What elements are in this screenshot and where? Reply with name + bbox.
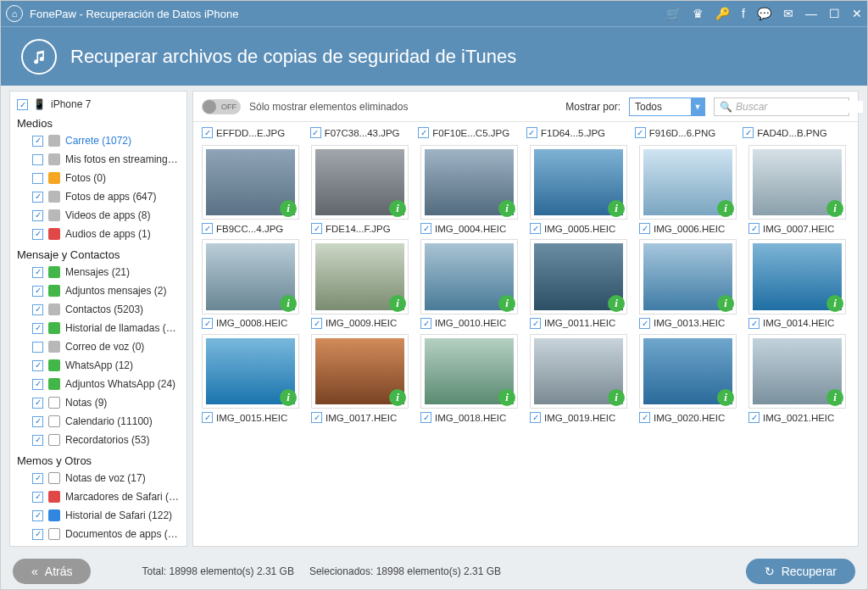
thumbnail-caption[interactable]: IMG_0007.HEIC xyxy=(748,223,846,234)
info-icon[interactable]: i xyxy=(498,295,515,312)
crown-icon[interactable]: ♛ xyxy=(693,7,704,20)
thumbnail[interactable]: i xyxy=(420,334,518,409)
file-name-truncated[interactable]: EFFDD...E.JPG xyxy=(202,127,305,138)
sidebar-item[interactable]: Audios de apps (1) xyxy=(14,225,183,243)
file-name-truncated[interactable]: F916D...6.PNG xyxy=(635,127,738,138)
info-icon[interactable]: i xyxy=(826,295,843,312)
checkbox[interactable] xyxy=(32,398,43,409)
thumbnail-caption[interactable]: IMG_0019.HEIC xyxy=(530,412,627,423)
checkbox[interactable] xyxy=(32,192,43,203)
thumbnail-cell[interactable]: iIMG_0019.HEIC xyxy=(530,334,627,423)
thumbnail[interactable]: i xyxy=(639,334,737,409)
thumbnail-cell[interactable]: iIMG_0018.HEIC xyxy=(420,334,518,423)
checkbox[interactable] xyxy=(743,127,754,138)
file-name-truncated[interactable]: F0F10E...C5.JPG xyxy=(418,127,521,138)
checkbox[interactable] xyxy=(32,267,43,278)
file-name-truncated[interactable]: F1D64...5.JPG xyxy=(526,127,630,138)
thumbnail-caption[interactable]: IMG_0014.HEIC xyxy=(748,318,846,329)
facebook-icon[interactable]: f xyxy=(742,7,745,20)
thumbnail[interactable]: i xyxy=(311,334,409,409)
toggle-deleted-only[interactable]: OFF xyxy=(202,99,241,114)
thumbnail-cell[interactable]: iIMG_0005.HEIC xyxy=(530,145,627,234)
thumbnail[interactable]: i xyxy=(639,239,737,314)
thumbnail[interactable]: i xyxy=(420,239,518,314)
thumbnail-cell[interactable]: iIMG_0020.HEIC xyxy=(639,334,737,423)
thumbnail-cell[interactable]: iIMG_0008.HEIC xyxy=(202,239,299,328)
checkbox[interactable] xyxy=(311,223,322,234)
checkbox[interactable] xyxy=(32,379,43,390)
sidebar-item[interactable]: Carrete (1072) xyxy=(14,131,183,150)
thumbnail-cell[interactable]: iIMG_0007.HEIC xyxy=(748,145,846,234)
search-box[interactable]: 🔍 xyxy=(714,97,849,116)
sidebar-item[interactable]: WhatsApp (12) xyxy=(14,356,183,375)
thumbnail[interactable]: i xyxy=(311,145,409,220)
file-name-truncated[interactable]: F07C38...43.JPG xyxy=(310,127,414,138)
checkbox[interactable] xyxy=(32,304,43,315)
checkbox[interactable] xyxy=(748,412,760,423)
thumbnail[interactable]: i xyxy=(748,145,846,220)
thumbnail-caption[interactable]: IMG_0018.HEIC xyxy=(420,412,518,423)
thumbnail-caption[interactable]: IMG_0015.HEIC xyxy=(202,412,299,423)
thumbnail[interactable]: i xyxy=(202,145,299,220)
sidebar-item[interactable]: Calendario (11100) xyxy=(14,412,183,431)
checkbox[interactable] xyxy=(310,127,321,138)
sidebar-item[interactable]: Historial de llamadas (23) xyxy=(14,319,183,337)
sidebar-item[interactable]: Mensajes (21) xyxy=(14,263,183,281)
thumbnail-caption[interactable]: IMG_0020.HEIC xyxy=(639,412,737,423)
thumbnail-cell[interactable]: iIMG_0015.HEIC xyxy=(202,334,299,423)
grid-scroll[interactable]: EFFDD...E.JPGF07C38...43.JPGF0F10E...C5.… xyxy=(193,122,858,546)
key-icon[interactable]: 🔑 xyxy=(715,7,730,20)
thumbnail-caption[interactable]: IMG_0017.HEIC xyxy=(311,412,409,423)
sidebar-item[interactable]: Recordatorios (53) xyxy=(14,431,183,449)
checkbox[interactable] xyxy=(32,173,43,184)
checkbox[interactable] xyxy=(526,127,537,138)
checkbox[interactable] xyxy=(32,323,43,334)
sidebar-item[interactable]: Notas (9) xyxy=(14,393,183,412)
checkbox[interactable] xyxy=(202,127,213,138)
file-name-truncated[interactable]: FAD4D...B.PNG xyxy=(743,127,846,138)
checkbox[interactable] xyxy=(32,473,43,484)
thumbnail-cell[interactable]: iIMG_0013.HEIC xyxy=(639,239,737,328)
checkbox[interactable] xyxy=(32,360,43,371)
checkbox[interactable] xyxy=(202,223,213,234)
filter-select[interactable]: Todos ▼ xyxy=(629,97,705,116)
thumbnail[interactable]: i xyxy=(530,239,627,314)
sidebar-item[interactable]: Contactos (5203) xyxy=(14,300,183,319)
thumbnail[interactable]: i xyxy=(311,239,409,314)
thumbnail-cell[interactable]: iIMG_0009.HEIC xyxy=(311,239,409,328)
thumbnail-cell[interactable]: iIMG_0010.HEIC xyxy=(420,239,518,328)
info-icon[interactable]: i xyxy=(389,295,406,312)
minimize-icon[interactable]: — xyxy=(805,7,817,20)
thumbnail-cell[interactable]: iIMG_0014.HEIC xyxy=(748,239,846,328)
thumbnail-caption[interactable]: IMG_0009.HEIC xyxy=(311,318,409,329)
home-icon[interactable]: ⌂ xyxy=(6,5,23,22)
checkbox[interactable] xyxy=(420,412,431,423)
checkbox[interactable] xyxy=(202,412,213,423)
sidebar-item[interactable]: Fotos (0) xyxy=(14,169,183,187)
sidebar-item[interactable]: Documentos de apps (50) xyxy=(14,525,183,543)
mail-icon[interactable]: ✉ xyxy=(783,7,793,20)
thumbnail-caption[interactable]: FB9CC...4.JPG xyxy=(202,223,299,234)
checkbox[interactable] xyxy=(32,154,43,165)
checkbox[interactable] xyxy=(635,127,646,138)
checkbox[interactable] xyxy=(748,223,760,234)
checkbox[interactable] xyxy=(530,223,541,234)
recover-button[interactable]: ↻ Recuperar xyxy=(746,559,855,584)
checkbox[interactable] xyxy=(32,136,43,147)
checkbox[interactable] xyxy=(530,412,541,423)
thumbnail[interactable]: i xyxy=(202,239,299,314)
info-icon[interactable]: i xyxy=(717,295,734,312)
thumbnail-caption[interactable]: IMG_0004.HEIC xyxy=(420,223,518,234)
thumbnail-cell[interactable]: iIMG_0004.HEIC xyxy=(420,145,518,234)
thumbnail-cell[interactable]: iIMG_0021.HEIC xyxy=(748,334,846,423)
thumbnail-caption[interactable]: IMG_0010.HEIC xyxy=(420,318,518,329)
thumbnail[interactable]: i xyxy=(748,334,846,409)
device-checkbox[interactable] xyxy=(17,99,28,110)
checkbox[interactable] xyxy=(420,223,431,234)
checkbox[interactable] xyxy=(420,318,431,329)
thumbnail[interactable]: i xyxy=(530,334,627,409)
checkbox[interactable] xyxy=(311,318,322,329)
thumbnail-caption[interactable]: FDE14...F.JPG xyxy=(311,223,409,234)
thumbnail-caption[interactable]: IMG_0008.HEIC xyxy=(202,318,299,329)
sidebar-item[interactable]: Adjuntos WhatsApp (24) xyxy=(14,375,183,393)
